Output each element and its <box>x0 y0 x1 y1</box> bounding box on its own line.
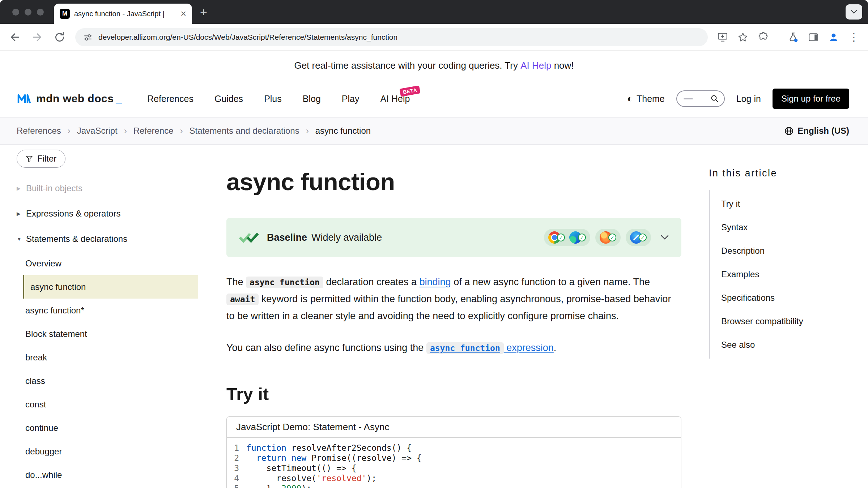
expression-link-text[interactable]: expression <box>504 342 554 353</box>
toc-item-description[interactable]: Description <box>721 246 765 256</box>
text-segment: The <box>226 277 246 287</box>
line-number: 2 <box>227 453 246 463</box>
forward-button[interactable] <box>31 31 43 43</box>
signup-button[interactable]: Sign up for free <box>773 89 849 109</box>
sidebar-item-class[interactable]: class <box>17 369 217 393</box>
toc-list-item: Description <box>710 239 861 262</box>
side-panel-icon[interactable] <box>808 32 819 43</box>
baseline-expand-chevron-icon[interactable] <box>660 235 669 240</box>
bookmark-star-icon[interactable] <box>737 32 748 43</box>
mdn-logo[interactable]: mdn web docs _ <box>17 93 122 105</box>
kebab-menu-icon[interactable]: ⋮ <box>848 32 859 43</box>
search-box[interactable] <box>676 90 725 107</box>
breadcrumb-item-statements-and-declarations[interactable]: Statements and declarations <box>190 126 299 136</box>
nav-guides[interactable]: Guides <box>214 94 243 104</box>
url-text[interactable]: developer.allizom.org/en-US/docs/Web/Jav… <box>98 33 397 42</box>
sidebar-item-empty-statement[interactable]: Empty statement <box>17 487 217 488</box>
install-icon[interactable] <box>717 32 728 43</box>
toc-item-examples[interactable]: Examples <box>721 269 759 279</box>
toc-item-browser-compatibility[interactable]: Browser compatibility <box>721 316 803 326</box>
code-line[interactable]: 5 }, 2000); <box>227 483 681 488</box>
tab-title: async function - JavaScript | <box>74 10 177 18</box>
toc-item-syntax[interactable]: Syntax <box>721 222 748 232</box>
theme-label: Theme <box>637 94 665 104</box>
table-of-contents: In this article Try itSyntaxDescriptionE… <box>709 145 861 359</box>
tab-search-button[interactable] <box>846 4 862 20</box>
breadcrumb-item-references[interactable]: References <box>17 126 61 136</box>
code-line[interactable]: 4 resolve('resolved'); <box>227 473 681 483</box>
breadcrumb-item-reference[interactable]: Reference <box>133 126 174 136</box>
language-switcher[interactable]: English (US) <box>784 126 849 136</box>
sidebar-item-const[interactable]: const <box>17 393 217 416</box>
sidebar-item-continue[interactable]: continue <box>17 416 217 440</box>
sidebar-section-built-in-objects[interactable]: ▶Built-in objects <box>17 176 217 201</box>
page-title: async function <box>226 168 681 196</box>
back-button[interactable] <box>9 31 21 43</box>
sidebar-item-async-function[interactable]: async function <box>23 275 198 299</box>
nav-blog[interactable]: Blog <box>303 94 321 104</box>
sidebar-item-async-function[interactable]: async function* <box>17 299 217 322</box>
tab-close-icon[interactable]: × <box>180 9 186 19</box>
sidebar-section-statements-declarations[interactable]: ▼Statements & declarations <box>17 226 217 252</box>
minimize-window-button[interactable] <box>25 9 31 16</box>
token-kw: new <box>292 453 307 463</box>
breadcrumb-separator: › <box>306 126 309 136</box>
toc-list: Try itSyntaxDescriptionExamplesSpecifica… <box>709 190 861 359</box>
page-content: Filter ▶Built-in objects▶Expressions & o… <box>0 145 868 488</box>
inline-code-async-function-expression[interactable]: async function <box>426 342 504 354</box>
reload-button[interactable] <box>54 31 66 43</box>
profile-icon[interactable] <box>828 32 839 43</box>
check-icon: ✓ <box>639 234 647 241</box>
nav-ai-help[interactable]: AI HelpBETA <box>380 94 410 104</box>
baseline-status: Widely available <box>311 232 382 243</box>
toc-item-try-it[interactable]: Try it <box>721 199 740 209</box>
breadcrumb-separator: › <box>68 126 71 136</box>
theme-button[interactable]: ◐ Theme <box>627 93 665 104</box>
binding-link[interactable]: binding <box>420 277 451 287</box>
toc-item-specifications[interactable]: Specifications <box>721 293 775 303</box>
new-tab-button[interactable]: + <box>200 6 207 18</box>
try-it-heading: Try it <box>226 384 681 404</box>
ai-help-link[interactable]: AI Help <box>520 60 551 71</box>
sidebar-item-break[interactable]: break <box>17 346 217 369</box>
browser-support-group: ✓✓ <box>544 229 590 246</box>
toc-item-see-also[interactable]: See also <box>721 340 755 350</box>
labs-flask-icon[interactable] <box>788 32 799 43</box>
sidebar-item-do-while[interactable]: do...while <box>17 463 217 487</box>
token-plain: }, <box>246 484 281 488</box>
address-bar[interactable]: developer.allizom.org/en-US/docs/Web/Jav… <box>75 28 708 46</box>
sidebar-section-label: Built-in objects <box>26 183 82 193</box>
site-settings-icon[interactable] <box>83 33 93 42</box>
token-plain: resolve( <box>246 474 316 483</box>
async-function-expression-link[interactable]: async function expression <box>426 342 554 353</box>
nav-play[interactable]: Play <box>342 94 359 104</box>
breadcrumb-item-javascript[interactable]: JavaScript <box>77 126 118 136</box>
nav-plus[interactable]: Plus <box>264 94 282 104</box>
code-line[interactable]: 3 setTimeout(() => { <box>227 463 681 473</box>
code-line[interactable]: 2 return new Promise((resolve) => { <box>227 453 681 463</box>
sidebar-item-debugger[interactable]: debugger <box>17 440 217 463</box>
sidebar-section-expressions-operators[interactable]: ▶Expressions & operators <box>17 201 217 226</box>
expression-paragraph: You can also define async functions usin… <box>226 339 681 356</box>
code-editor[interactable]: 1function resolveAfter2Seconds() {2 retu… <box>227 438 681 488</box>
extensions-icon[interactable] <box>758 32 769 43</box>
close-window-button[interactable] <box>12 9 19 16</box>
nav-references[interactable]: References <box>147 94 193 104</box>
sidebar-item-overview[interactable]: Overview <box>17 252 217 275</box>
breadcrumb-item-async-function[interactable]: async function <box>315 126 371 136</box>
browser-tab[interactable]: M async function - JavaScript | × <box>54 4 192 24</box>
inline-code-await: await <box>226 294 259 305</box>
text-segment: keyword is permitted within the function… <box>226 294 674 321</box>
breadcrumb: References›JavaScript›Reference›Statemen… <box>17 126 371 136</box>
sidebar: Filter ▶Built-in objects▶Expressions & o… <box>0 145 217 488</box>
filter-label: Filter <box>37 154 56 164</box>
login-link[interactable]: Log in <box>736 94 761 104</box>
safari-support: ✓ <box>630 231 647 244</box>
text-segment: now! <box>551 60 574 71</box>
intro-paragraph: The async function declaration creates a… <box>226 274 681 324</box>
token-plain: setTimeout(() => { <box>246 463 357 473</box>
zoom-window-button[interactable] <box>37 9 44 16</box>
code-line[interactable]: 1function resolveAfter2Seconds() { <box>227 443 681 453</box>
sidebar-item-block-statement[interactable]: Block statement <box>17 322 217 346</box>
filter-button[interactable]: Filter <box>17 150 65 168</box>
